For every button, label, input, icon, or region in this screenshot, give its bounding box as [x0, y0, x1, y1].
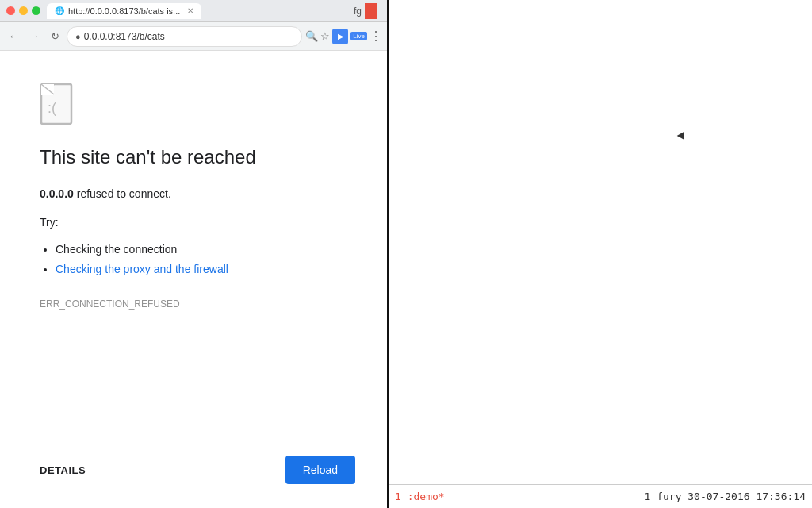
error-code: ERR_CONNECTION_REFUSED — [40, 298, 355, 310]
close-button[interactable] — [6, 6, 15, 15]
live-badge: Live — [350, 32, 367, 40]
minimize-button[interactable] — [19, 6, 28, 15]
maximize-button[interactable] — [32, 6, 40, 15]
tmux-status-bar: 1 :demo* 1 fury 30-07-2016 17:36:14 — [389, 484, 812, 508]
terminal-indicator — [365, 3, 377, 19]
error-subtitle-msg: refused to connect. — [77, 187, 171, 200]
proxy-link[interactable]: Checking the proxy and the firewall — [56, 263, 228, 275]
address-icons: 🔍 ☆ ▶ Live ⋮ — [305, 29, 382, 44]
error-icon: :( — [40, 83, 83, 130]
browser-tab[interactable]: 🌐 http://0.0.0.0:8173/b/cats is... ✕ — [47, 3, 201, 19]
back-button[interactable]: ← — [5, 28, 22, 45]
traffic-lights — [6, 6, 40, 15]
tab-bar: 🌐 http://0.0.0.0:8173/b/cats is... ✕ — [47, 3, 354, 19]
address-bar: ← → ↻ ● 0.0.0.0:8173/b/cats 🔍 ☆ ▶ Live ⋮ — [0, 22, 387, 51]
list-item: Checking the proxy and the firewall — [56, 260, 355, 279]
error-title: This site can't be reached — [40, 146, 355, 168]
search-icon[interactable]: 🔍 — [305, 30, 318, 42]
error-host: 0.0.0.0 — [40, 187, 74, 200]
title-bar: 🌐 http://0.0.0.0:8173/b/cats is... ✕ fg — [0, 0, 387, 22]
browser-panel: 🌐 http://0.0.0.0:8173/b/cats is... ✕ fg … — [0, 0, 389, 508]
details-button[interactable]: DETAILS — [40, 464, 86, 476]
menu-icon[interactable]: ⋮ — [370, 29, 382, 44]
fg-label: fg — [354, 6, 362, 17]
terminal-content[interactable] — [389, 0, 812, 484]
svg-text::(: :( — [48, 100, 56, 116]
star-icon[interactable]: ☆ — [320, 30, 330, 42]
error-subtitle: 0.0.0.0 refused to connect. — [40, 187, 355, 200]
url-text: 0.0.0.0:8173/b/cats — [84, 31, 165, 42]
lock-icon: ● — [75, 32, 81, 41]
browser-content: :( This site can't be reached 0.0.0.0 re… — [0, 51, 387, 508]
tab-favicon: 🌐 — [55, 6, 64, 15]
tab-close-icon[interactable]: ✕ — [187, 6, 193, 15]
terminal-panel: 1 :demo* 1 fury 30-07-2016 17:36:14 — [389, 0, 812, 508]
reload-button[interactable]: Reload — [285, 456, 355, 484]
reload-page-button[interactable]: ↻ — [46, 28, 63, 45]
extension-icon[interactable]: ▶ — [332, 29, 348, 44]
try-label: Try: — [40, 216, 355, 229]
try-item-1: Checking the connection — [56, 243, 177, 256]
url-bar[interactable]: ● 0.0.0.0:8173/b/cats — [67, 26, 302, 47]
forward-button[interactable]: → — [25, 28, 43, 45]
tmux-status-left: 1 :demo* — [395, 491, 445, 502]
mouse-cursor — [677, 132, 688, 141]
ext-label: ▶ — [338, 33, 343, 40]
list-item: Checking the connection — [56, 240, 355, 260]
tab-title: http://0.0.0.0:8173/b/cats is... — [68, 6, 180, 16]
tmux-status-right: 1 fury 30-07-2016 17:36:14 — [645, 491, 806, 502]
bottom-bar: DETAILS Reload — [40, 448, 355, 484]
try-list: Checking the connection Checking the pro… — [40, 240, 355, 279]
